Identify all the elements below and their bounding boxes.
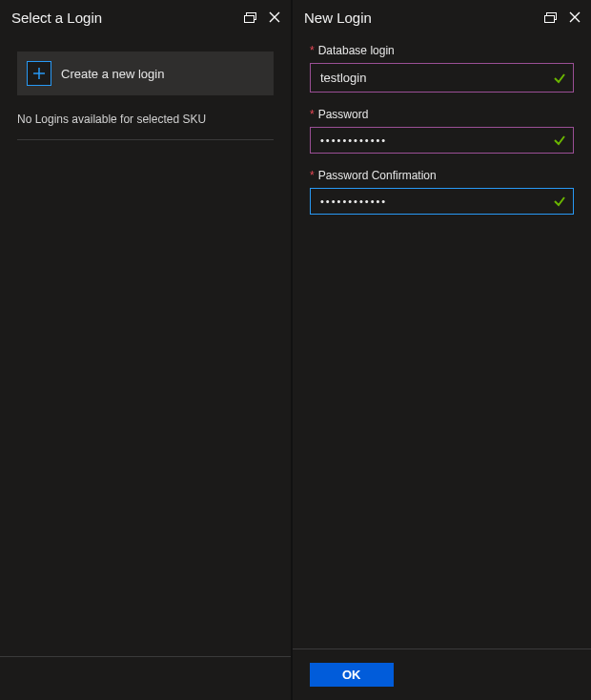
password-confirmation-field: *Password Confirmation [310, 169, 574, 215]
right-titlebar: New Login [293, 0, 591, 34]
left-titlebar: Select a Login [0, 0, 291, 34]
password-input[interactable] [311, 128, 573, 153]
svg-rect-1 [244, 15, 254, 22]
database-login-input[interactable] [311, 64, 573, 92]
ok-button[interactable]: OK [310, 663, 394, 687]
no-logins-message: No Logins available for selected SKU [17, 107, 274, 140]
check-icon [552, 194, 567, 209]
required-indicator: * [310, 44, 315, 57]
plus-icon [27, 61, 51, 86]
password-confirmation-label: *Password Confirmation [310, 169, 574, 182]
check-icon [552, 133, 567, 148]
database-login-field: *Database login [310, 44, 574, 93]
new-login-panel: New Login *Database login [293, 0, 591, 700]
password-confirmation-input-wrap [310, 188, 574, 215]
password-field: *Password [310, 108, 574, 154]
svg-rect-3 [544, 15, 554, 22]
left-footer [0, 656, 291, 700]
select-login-panel: Select a Login Create a new login No Log… [0, 0, 293, 700]
password-label: *Password [310, 108, 574, 121]
restore-icon[interactable] [541, 9, 559, 26]
close-icon[interactable] [566, 9, 583, 26]
database-login-label: *Database login [310, 44, 574, 57]
password-confirmation-input[interactable] [311, 189, 573, 214]
required-indicator: * [310, 108, 315, 121]
create-new-login-button[interactable]: Create a new login [17, 51, 274, 95]
required-indicator: * [310, 169, 315, 182]
password-input-wrap [310, 127, 574, 154]
right-footer: OK [293, 649, 591, 700]
check-icon [552, 71, 567, 86]
left-panel-title: Select a Login [11, 10, 241, 26]
restore-icon[interactable] [241, 9, 258, 26]
close-icon[interactable] [266, 9, 283, 26]
right-panel-title: New Login [304, 10, 541, 26]
create-new-login-label: Create a new login [61, 67, 164, 81]
database-login-input-wrap [310, 63, 574, 93]
